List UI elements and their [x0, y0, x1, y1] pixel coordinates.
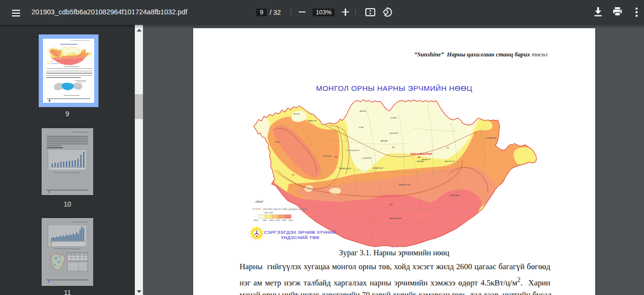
svg-text:ХЭНТИЙ: ХЭНТИЙ [365, 99, 372, 100]
svg-text:ЦЭЦЭРЛЭГ: ЦЭЦЭРЛЭГ [389, 132, 399, 134]
svg-text:73: 73 [292, 174, 295, 176]
svg-text:БАЯНХОНГОР: БАЯНХОНГОР [339, 168, 351, 170]
svg-text:САЙНШАНД: САЙНШАНД [449, 195, 459, 197]
svg-text:Вт/м: Вт/м [254, 219, 258, 221]
svg-text:Вт/ц: Вт/ц [289, 219, 293, 221]
svg-text:ЦЭЦЭРЛЭГ: ЦЭЦЭРЛЭГ [362, 157, 372, 159]
svg-text:73: 73 [446, 146, 449, 149]
svg-text:СЭРГЭЭГДЭХ ЭРЧИМ ХҮЧНИЙ: СЭРГЭЭГДЭХ ЭРЧИМ ХҮЧНИЙ [264, 229, 336, 235]
svg-text:УЛААНБААТАР: УЛААНБААТАР [410, 152, 432, 155]
svg-text:МАНДАЛГОВЬ: МАНДАЛГОВЬ [399, 184, 411, 186]
svg-text:ХОВД: ХОВД [274, 141, 279, 143]
svg-text:Жилийн нарлаг байх дундаж хуга: Жилийн нарлаг байх дундаж хугацаа [263, 208, 307, 210]
svg-text:УЛААНГОМ: УЛААНГОМ [307, 120, 316, 122]
svg-text:БАГАНУУР: БАГАНУУР [422, 159, 431, 161]
svg-text:АРВАЙХЭЭР: АРВАЙХЭЭР [373, 167, 383, 169]
svg-text:1100: 1100 [275, 219, 280, 221]
svg-text:1200: 1200 [282, 219, 286, 221]
svg-text:БАРУУН-УРТ: БАРУУН-УРТ [445, 161, 456, 163]
svg-text:МӨРӨН: МӨРӨН [360, 110, 366, 112]
svg-text:ДАРХАН: ДАРХАН [381, 140, 388, 142]
svg-text:50: 50 [390, 203, 393, 206]
svg-text:10: 10 [392, 146, 395, 149]
svg-text:АЙМАГ :: АЙМАГ : [255, 200, 265, 203]
svg-text:ӨЛГИЙ: ӨЛГИЙ [294, 113, 300, 115]
svg-text:БУЛГАН: БУЛГАН [390, 117, 397, 119]
svg-text:ҮНДЭСНИЙ ТӨВ: ҮНДЭСНИЙ ТӨВ [281, 235, 320, 240]
svg-text:УЛИАСТАЙ: УЛИАСТАЙ [322, 155, 331, 157]
svg-text:/цаг аар/: /цаг аар/ [264, 211, 274, 214]
svg-text:ДАЛАНЗАДГАД: ДАЛАНЗАДГАД [389, 218, 402, 219]
svg-text:ЧОЙБАЛСАН: ЧОЙБАЛСАН [486, 137, 497, 139]
svg-text:1000: 1000 [269, 219, 274, 221]
svg-text:ТОСОНЦЭНГЭЛ: ТОСОНЦЭНГЭЛ [346, 150, 360, 152]
svg-text:НАЛАЙХ: НАЛАЙХ [417, 161, 424, 163]
svg-text:50: 50 [335, 155, 338, 158]
svg-text:ХУТАГ: ХУТАГ [359, 127, 364, 129]
svg-text:900: 900 [263, 219, 267, 221]
